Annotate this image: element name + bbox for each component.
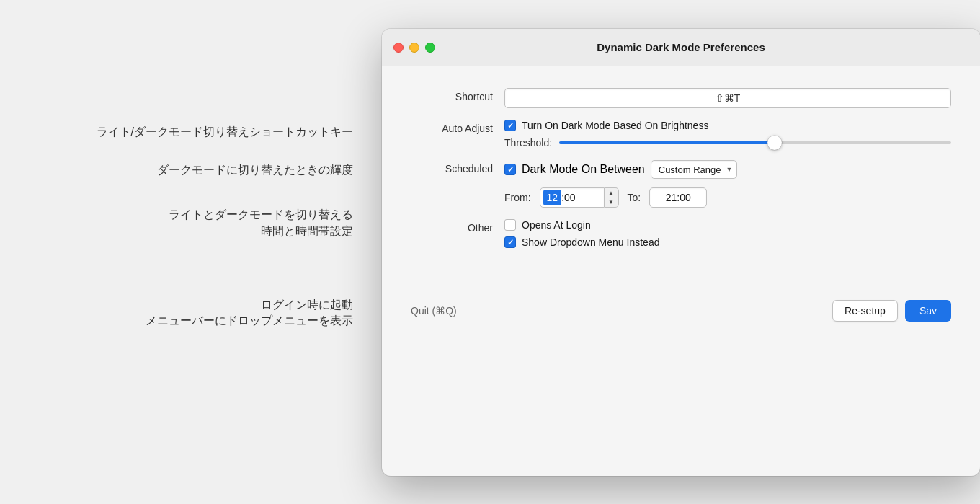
preferences-window: Dynamic Dark Mode Preferences Shortcut ⇧… (382, 29, 980, 476)
from-rest: :00 (561, 192, 575, 203)
traffic-lights (393, 43, 435, 53)
footer-right: Re-setup Sav (832, 300, 951, 322)
scheduled-top: ✓ Dark Mode On Between Custom Range (504, 160, 951, 179)
window-footer: Quit (⌘Q) Re-setup Sav (382, 288, 980, 339)
schedule-annotation-line1: ライトとダークモードを切り替える (169, 208, 353, 221)
show-dropdown-checkmark: ✓ (507, 239, 514, 247)
from-hour: 12 (543, 190, 562, 205)
other-annotation: ログイン時に起動 メニューバーにドロップメニューを表示 (0, 297, 353, 330)
threshold-row: Threshold: (504, 137, 951, 149)
quit-button[interactable]: Quit (⌘Q) (411, 305, 457, 317)
other-label: Other (411, 219, 504, 234)
slider-thumb[interactable] (767, 136, 782, 150)
annotations-panel: ライト/ダークモード切り替えショートカットキー ダークモードに切り替えたときの輝… (0, 0, 368, 504)
schedule-dropdown-wrapper: Custom Range (651, 160, 738, 179)
auto-adjust-checkbox-row: ✓ Turn On Dark Mode Based On Brightness (504, 120, 951, 131)
to-time-input[interactable]: 21:00 (649, 187, 707, 208)
schedule-annotation-line2: 時間と時間帯設定 (261, 225, 353, 237)
brightness-annotation-text: ダークモードに切り替えたときの輝度 (157, 164, 353, 176)
stepper-up[interactable]: ▲ (605, 188, 618, 198)
stepper-down[interactable]: ▼ (605, 198, 618, 208)
show-dropdown-checkbox[interactable]: ✓ (504, 236, 516, 248)
title-bar: Dynamic Dark Mode Preferences (382, 29, 980, 66)
brightness-annotation: ダークモードに切り替えたときの輝度 (0, 162, 353, 178)
minimize-button[interactable] (409, 43, 419, 53)
from-time-wrapper: 12:00 ▲ ▼ (540, 187, 619, 208)
schedule-dropdown[interactable]: Custom Range (651, 160, 738, 179)
opens-at-login-row: Opens At Login (504, 219, 951, 231)
shortcut-row: Shortcut ⇧⌘T (411, 88, 951, 108)
scheduled-checkbox[interactable]: ✓ (504, 164, 516, 175)
scheduled-checkmark: ✓ (507, 166, 514, 174)
opens-at-login-label: Opens At Login (522, 219, 591, 231)
other-control: Opens At Login ✓ Show Dropdown Menu Inst… (504, 219, 951, 248)
to-time-value: 21:00 (666, 192, 691, 203)
other-annotation-line2: メニューバーにドロップメニューを表示 (146, 314, 353, 327)
shortcut-annotation: ライト/ダークモード切り替えショートカットキー (0, 124, 353, 140)
from-label: From: (504, 192, 531, 203)
time-stepper[interactable]: ▲ ▼ (605, 187, 619, 208)
to-label: To: (628, 192, 641, 203)
auto-adjust-control: ✓ Turn On Dark Mode Based On Brightness … (504, 120, 951, 149)
reseup-button[interactable]: Re-setup (832, 300, 898, 322)
auto-adjust-checkbox-label: Turn On Dark Mode Based On Brightness (522, 120, 708, 131)
show-dropdown-label: Show Dropdown Menu Instead (522, 236, 659, 248)
shortcut-input[interactable]: ⇧⌘T (504, 88, 951, 108)
slider-fill (559, 141, 775, 144)
other-row: Other Opens At Login ✓ Show Dropdown Men… (411, 219, 951, 248)
other-annotation-line1: ログイン時に起動 (261, 299, 353, 311)
scheduled-label: Scheduled (411, 160, 504, 174)
shortcut-control: ⇧⌘T (504, 88, 951, 108)
opens-at-login-checkbox[interactable] (504, 219, 516, 231)
scheduled-checkbox-label: Dark Mode On Between (522, 163, 645, 176)
auto-adjust-label: Auto Adjust (411, 120, 504, 134)
brightness-slider[interactable] (559, 141, 951, 144)
auto-adjust-checkbox[interactable]: ✓ (504, 120, 516, 131)
schedule-annotation: ライトとダークモードを切り替える 時間と時間帯設定 (0, 207, 353, 239)
close-button[interactable] (393, 43, 404, 53)
shortcut-annotation-text: ライト/ダークモード切り替えショートカットキー (97, 125, 353, 138)
threshold-label: Threshold: (504, 137, 552, 149)
show-dropdown-row: ✓ Show Dropdown Menu Instead (504, 236, 951, 248)
scheduled-control: ✓ Dark Mode On Between Custom Range From… (504, 160, 951, 208)
shortcut-label: Shortcut (411, 88, 504, 102)
save-button[interactable]: Sav (905, 300, 951, 322)
auto-adjust-checkmark: ✓ (507, 122, 514, 130)
shortcut-value: ⇧⌘T (716, 92, 741, 104)
schedule-dropdown-value: Custom Range (659, 164, 721, 175)
window-content: Shortcut ⇧⌘T Auto Adjust ✓ Turn On Dark … (382, 66, 980, 281)
auto-adjust-row: Auto Adjust ✓ Turn On Dark Mode Based On… (411, 120, 951, 149)
from-time-input[interactable]: 12:00 (540, 187, 605, 208)
maximize-button[interactable] (425, 43, 435, 53)
scheduled-row: Scheduled ✓ Dark Mode On Between Custom … (411, 160, 951, 208)
from-to-row: From: 12:00 ▲ ▼ To: 21:00 (504, 185, 951, 208)
window-title: Dynamic Dark Mode Preferences (597, 41, 765, 53)
